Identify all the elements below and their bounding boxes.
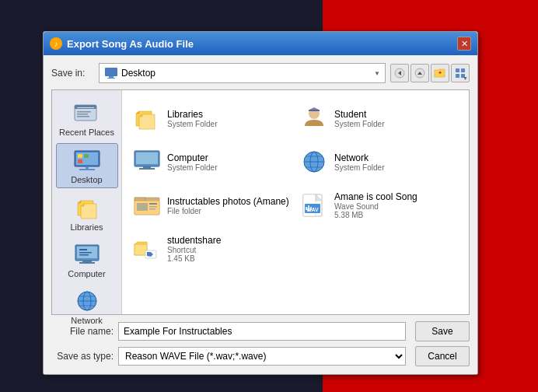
sidebar-computer-label: Computer: [68, 269, 105, 278]
svg-rect-29: [79, 249, 87, 250]
file-info-student: Student System Folder: [334, 109, 458, 128]
save-as-type-row: Save as type: Reason WAVE File (*.wav;*.…: [51, 346, 470, 366]
close-button[interactable]: ✕: [457, 37, 471, 51]
file-name-computer: Computer: [167, 152, 291, 163]
svg-rect-31: [79, 254, 89, 256]
file-type-amane: Wave Sound: [334, 202, 458, 211]
save-cancel-buttons: Save: [415, 321, 470, 341]
file-icon-computer: [133, 148, 161, 176]
desktop-icon-wrap: [72, 147, 103, 175]
file-size-amane: 5.38 MB: [334, 211, 458, 219]
file-name-network: Network: [334, 152, 458, 163]
new-folder-button[interactable]: +: [431, 64, 449, 82]
svg-rect-17: [77, 116, 89, 117]
network-file-icon: [300, 149, 328, 174]
svg-rect-28: [79, 262, 95, 264]
svg-rect-50: [134, 198, 145, 201]
file-item-studentshare[interactable]: studentshare Shortcut 1.45 KB: [128, 227, 295, 271]
dialog-icon: ♪: [50, 37, 62, 50]
libraries-file-icon: [133, 106, 161, 131]
svg-rect-22: [78, 159, 82, 163]
user-file-icon: [300, 106, 328, 131]
file-type-network: System Folder: [334, 163, 458, 172]
file-info-computer: Computer System Folder: [167, 152, 291, 172]
save-in-label: Save in:: [51, 68, 94, 79]
sidebar-item-computer[interactable]: Computer: [56, 238, 118, 282]
cancel-button[interactable]: Cancel: [415, 346, 470, 366]
libraries-icon-wrap: [72, 194, 103, 222]
svg-rect-9: [461, 68, 465, 72]
svg-rect-38: [309, 110, 320, 111]
folder-file-icon: [133, 193, 161, 218]
file-type-computer: System Folder: [167, 163, 291, 172]
file-item-student[interactable]: Student System Folder: [295, 96, 463, 140]
file-item-computer[interactable]: Computer System Folder: [128, 140, 295, 184]
file-name-amane: Amane is cool Song: [334, 191, 458, 202]
network-icon: [73, 290, 101, 313]
save-as-type-select[interactable]: Reason WAVE File (*.wav;*.wave): [118, 347, 406, 366]
svg-rect-13: [75, 105, 96, 109]
shortcut-file-icon: [133, 236, 161, 261]
dialog-body: Save in: Desktop ▼: [44, 55, 477, 374]
recent-places-icon: [73, 102, 101, 125]
file-item-amane[interactable]: WAV Amane is cool Song Wave Sound 5.38 M…: [295, 184, 463, 227]
file-name-row: File name: Save: [51, 321, 470, 341]
file-info-studentshare: studentshare Shortcut 1.45 KB: [167, 235, 291, 263]
svg-rect-20: [78, 154, 82, 158]
svg-rect-43: [139, 168, 155, 170]
sidebar-item-recent-places[interactable]: Recent Places: [56, 96, 118, 140]
sidebar-recent-places-label: Recent Places: [59, 128, 114, 137]
file-item-network[interactable]: Network System Folder: [295, 140, 463, 184]
svg-rect-55: [149, 208, 155, 210]
up-button[interactable]: [410, 64, 429, 82]
main-area: Recent Places: [51, 89, 470, 315]
back-icon: [394, 68, 405, 79]
sidebar: Recent Places: [52, 90, 122, 314]
file-item-libraries[interactable]: Libraries System Folder: [128, 96, 295, 140]
dialog-title: Export Song As Audio File: [67, 38, 194, 50]
libraries-icon: [73, 197, 101, 220]
file-name-instructables: Instructables photos (Amane): [167, 196, 291, 207]
up-icon: [414, 68, 425, 79]
file-grid: Libraries System Folder: [122, 90, 469, 314]
file-info-libraries: Libraries System Folder: [167, 109, 291, 128]
file-icon-libraries: [133, 104, 161, 132]
svg-rect-15: [77, 111, 91, 113]
file-item-instructables[interactable]: Instructables photos (Amane) File folder: [128, 184, 295, 227]
svg-rect-8: [456, 68, 459, 72]
title-bar: ♪ Export Song As Audio File ✕: [44, 32, 477, 55]
bottom-form: File name: Save Save as type: Reason WAV…: [51, 321, 470, 366]
save-button[interactable]: Save: [415, 321, 470, 341]
view-button[interactable]: ▼: [451, 64, 470, 82]
svg-rect-53: [149, 203, 157, 205]
file-name-student: Student: [334, 109, 458, 120]
desktop-small-icon: [104, 67, 118, 79]
sidebar-item-desktop[interactable]: Desktop: [56, 143, 118, 188]
svg-rect-24: [79, 169, 95, 170]
toolbar-buttons: + ▼: [390, 64, 470, 82]
file-name-input[interactable]: [118, 322, 406, 341]
svg-rect-16: [77, 114, 88, 115]
svg-rect-52: [137, 203, 148, 211]
save-in-select[interactable]: Desktop ▼: [99, 63, 386, 83]
file-name-studentshare: studentshare: [167, 235, 291, 246]
svg-rect-14: [77, 107, 94, 108]
svg-rect-0: [105, 68, 117, 76]
sidebar-item-libraries[interactable]: Libraries: [56, 191, 118, 235]
recent-places-icon-wrap: [72, 100, 103, 128]
svg-rect-2: [107, 78, 115, 79]
network-icon-wrap: [72, 288, 103, 316]
save-as-type-select-wrap: Reason WAVE File (*.wav;*.wave): [118, 347, 406, 366]
svg-marker-39: [309, 107, 319, 110]
file-icon-student: [300, 104, 328, 132]
svg-text:+: +: [438, 70, 442, 75]
file-type-libraries: System Folder: [167, 120, 291, 128]
file-info-instructables: Instructables photos (Amane) File folder: [167, 196, 291, 215]
svg-rect-1: [109, 76, 114, 78]
back-button[interactable]: [390, 64, 409, 82]
file-icon-network: [300, 148, 328, 176]
save-in-value: Desktop: [104, 67, 155, 79]
file-name-label: File name:: [51, 326, 114, 337]
desktop-icon: [73, 149, 101, 173]
new-folder-icon: +: [434, 68, 446, 79]
